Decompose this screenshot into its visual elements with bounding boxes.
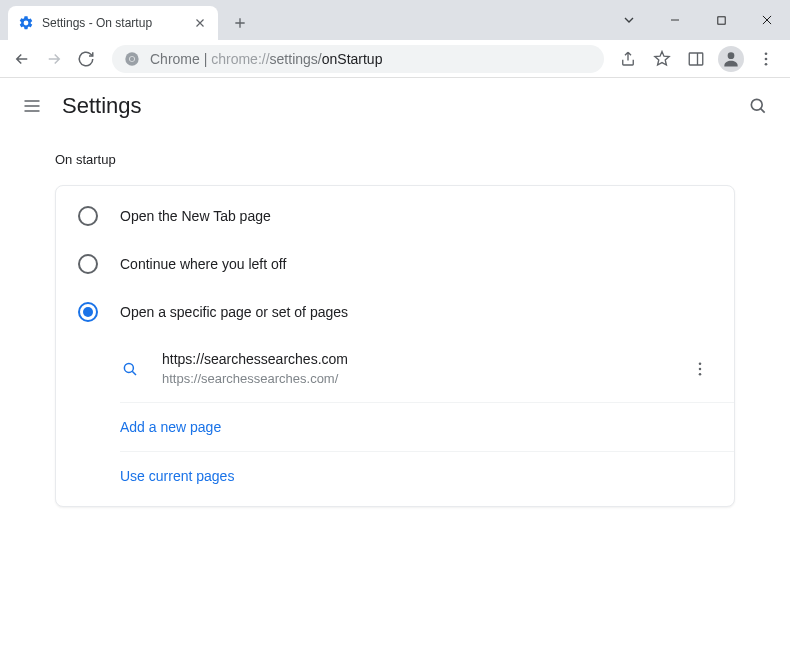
minimize-button[interactable] xyxy=(652,0,698,40)
kebab-menu-icon[interactable] xyxy=(754,47,778,71)
forward-button[interactable] xyxy=(40,45,68,73)
radio-label: Open a specific page or set of pages xyxy=(120,304,348,320)
bookmark-star-icon[interactable] xyxy=(650,47,674,71)
radio-label: Continue where you left off xyxy=(120,256,286,272)
page-entry-title: https://searchessearches.com xyxy=(162,350,688,370)
svg-point-9 xyxy=(751,99,762,110)
svg-point-5 xyxy=(728,52,735,59)
new-tab-button[interactable] xyxy=(226,9,254,37)
svg-point-7 xyxy=(765,57,768,60)
use-current-pages-link[interactable]: Use current pages xyxy=(120,451,734,500)
back-button[interactable] xyxy=(8,45,36,73)
page-entry-url: https://searchessearches.com/ xyxy=(162,370,688,388)
option-continue[interactable]: Continue where you left off xyxy=(56,240,734,288)
tab-title: Settings - On startup xyxy=(42,16,192,30)
svg-point-3 xyxy=(130,56,134,60)
maximize-button[interactable] xyxy=(698,0,744,40)
radio-icon xyxy=(78,206,98,226)
close-tab-icon[interactable] xyxy=(192,15,208,31)
page-title: Settings xyxy=(62,93,142,119)
startup-page-entry: https://searchessearches.com https://sea… xyxy=(120,336,734,402)
svg-point-11 xyxy=(699,362,702,365)
hamburger-menu-icon[interactable] xyxy=(20,94,44,118)
chrome-icon xyxy=(124,51,140,67)
startup-card: Open the New Tab page Continue where you… xyxy=(55,185,735,507)
chevron-down-icon[interactable] xyxy=(606,0,652,40)
window-titlebar: Settings - On startup xyxy=(0,0,790,40)
profile-avatar[interactable] xyxy=(718,46,744,72)
settings-header: Settings xyxy=(0,78,790,134)
svg-point-6 xyxy=(765,52,768,55)
radio-icon xyxy=(78,254,98,274)
search-icon[interactable] xyxy=(746,94,770,118)
svg-point-10 xyxy=(124,363,133,372)
browser-toolbar: Chrome | chrome://settings/onStartup xyxy=(0,40,790,78)
add-new-page-link[interactable]: Add a new page xyxy=(120,402,734,451)
address-bar[interactable]: Chrome | chrome://settings/onStartup xyxy=(112,45,604,73)
section-title: On startup xyxy=(55,152,735,167)
close-window-button[interactable] xyxy=(744,0,790,40)
settings-content: On startup Open the New Tab page Continu… xyxy=(0,134,790,525)
svg-rect-4 xyxy=(689,53,703,65)
page-entry-menu-icon[interactable] xyxy=(688,360,712,378)
svg-point-12 xyxy=(699,368,702,371)
search-icon xyxy=(120,359,140,379)
url-text: Chrome | chrome://settings/onStartup xyxy=(150,51,382,67)
window-controls xyxy=(606,0,790,40)
reload-button[interactable] xyxy=(72,45,100,73)
side-panel-icon[interactable] xyxy=(684,47,708,71)
radio-label: Open the New Tab page xyxy=(120,208,271,224)
svg-point-13 xyxy=(699,373,702,376)
share-icon[interactable] xyxy=(616,47,640,71)
browser-tab[interactable]: Settings - On startup xyxy=(8,6,218,40)
option-new-tab[interactable]: Open the New Tab page xyxy=(56,192,734,240)
svg-point-8 xyxy=(765,62,768,65)
svg-rect-0 xyxy=(717,16,724,23)
radio-icon-selected xyxy=(78,302,98,322)
gear-icon xyxy=(18,15,34,31)
option-specific-pages[interactable]: Open a specific page or set of pages xyxy=(56,288,734,336)
